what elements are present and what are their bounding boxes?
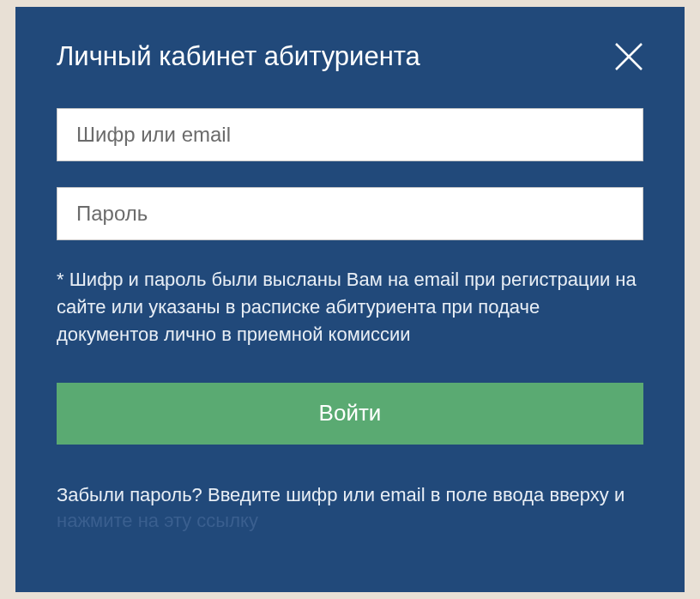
info-text: * Шифр и пароль были высланы Вам на emai… <box>57 266 643 348</box>
login-button[interactable]: Войти <box>57 383 643 445</box>
close-icon[interactable] <box>614 42 643 71</box>
password-input[interactable] <box>57 187 643 240</box>
login-input[interactable] <box>57 108 643 161</box>
modal-header: Личный кабинет абитуриента <box>57 41 643 72</box>
forgot-prefix: Забыли пароль? Введите шифр или email в … <box>57 484 625 505</box>
login-modal: Личный кабинет абитуриента * Шифр и паро… <box>15 7 685 592</box>
forgot-password-text: Забыли пароль? Введите шифр или email в … <box>57 482 643 535</box>
modal-title: Личный кабинет абитуриента <box>57 41 420 72</box>
forgot-password-link[interactable]: нажмите на эту ссылку <box>57 510 258 531</box>
